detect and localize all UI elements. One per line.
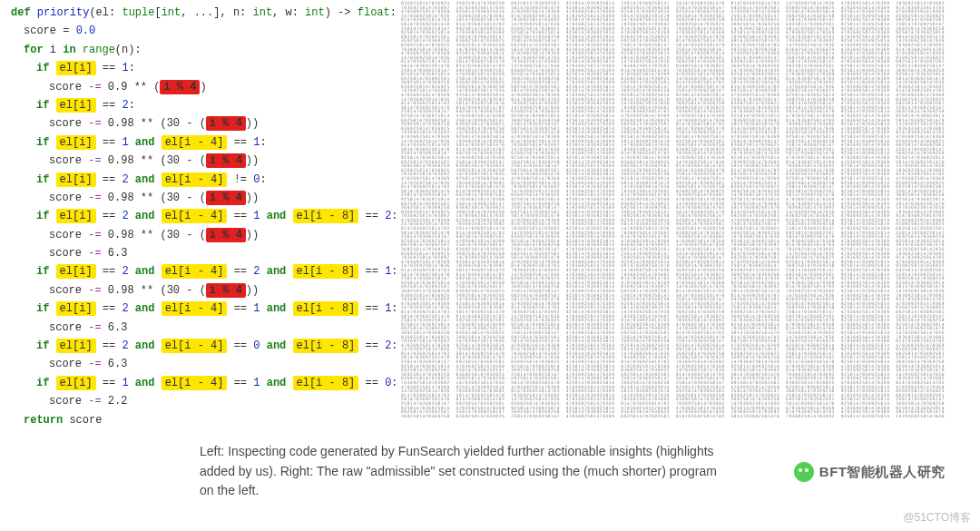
code-line-if6: if el[i] == 2 and el[i - 4] == 2 and el[… [11, 262, 396, 280]
code-line-if8: if el[i] == 2 and el[i - 4] == 0 and el[… [11, 337, 396, 355]
code-line-s5: score -= 0.98 ** (30 - (i % 4)) [11, 226, 396, 244]
code-line-if5: if el[i] == 2 and el[i - 4] == 1 and el[… [11, 207, 396, 225]
code-line-s8: score -= 6.3 [11, 355, 396, 373]
code-line-if2: if el[i] == 2: [11, 96, 396, 114]
code-line-loop: for i in range(n): [11, 41, 396, 59]
code-line-s2: score -= 0.98 ** (30 - (i % 4)) [11, 114, 396, 133]
code-line-s5b: score -= 6.3 [11, 244, 396, 262]
code-line-if4: if el[i] == 2 and el[i - 4] != 0: [11, 171, 396, 189]
code-line-s1: score -= 0.9 ** (i % 4) [11, 78, 396, 96]
code-panel: def priority(el: tuple[int, ...], n: int… [0, 0, 399, 429]
caption-line-1: Left: Inspecting code generated by FunSe… [200, 444, 714, 458]
code-line-s4: score -= 0.98 ** (30 - (i % 4)) [11, 189, 396, 207]
code-line-init: score = 0.0 [11, 22, 396, 40]
code-line-signature: def priority(el: tuple[int, ...], n: int… [11, 4, 396, 22]
code-line-s6: score -= 0.98 ** (30 - (i % 4)) [11, 281, 396, 300]
wechat-icon [794, 462, 814, 482]
code-line-if7: if el[i] == 2 and el[i - 4] == 1 and el[… [11, 300, 396, 318]
code-line-if3: if el[i] == 1 and el[i - 4] == 1: [11, 133, 396, 152]
code-line-return: return score [11, 411, 396, 429]
wechat-watermark: BFT智能机器人研究 [794, 462, 946, 482]
code-line-s3: score -= 0.98 ** (30 - (i % 4)) [11, 152, 396, 170]
code-line-if9: if el[i] == 1 and el[i - 4] == 1 and el[… [11, 374, 396, 392]
code-line-s9: score -= 2.2 [11, 392, 396, 410]
caption-line-2: added by us). Right: The raw "admissible… [200, 464, 717, 478]
admissible-set-matrix: 0369258147036925 3692581470369258 692581… [399, 0, 980, 429]
watermark-text: BFT智能机器人研究 [819, 464, 946, 481]
attribution-text: @51CTO博客 [903, 510, 971, 526]
code-line-if1: if el[i] == 1: [11, 59, 396, 77]
code-line-s7: score -= 6.3 [11, 319, 396, 337]
caption-line-3: on the left. [200, 483, 259, 497]
